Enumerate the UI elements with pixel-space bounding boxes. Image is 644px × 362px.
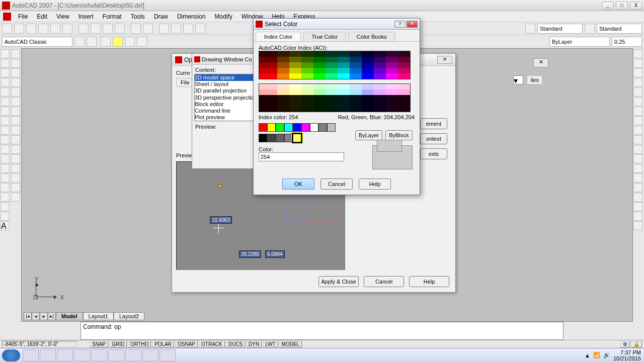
dim-break-icon[interactable] xyxy=(633,164,642,173)
aci-swatch[interactable] xyxy=(301,89,307,95)
zoom-prev-icon[interactable] xyxy=(195,24,205,34)
aci-swatch[interactable] xyxy=(277,73,283,79)
aci-swatch[interactable] xyxy=(277,95,283,101)
aci-swatch[interactable] xyxy=(289,57,295,62)
center-mark-icon[interactable] xyxy=(633,183,642,192)
context-listbox[interactable]: 2D model space Sheet / layout 3D paralle… xyxy=(194,74,259,121)
grid-toggle[interactable]: GRID xyxy=(109,341,127,347)
aci-swatch[interactable] xyxy=(368,62,374,68)
aci-swatch[interactable] xyxy=(398,73,404,79)
open-icon[interactable] xyxy=(14,24,24,34)
tab-last-icon[interactable]: ▸| xyxy=(48,312,56,320)
aci-swatch[interactable] xyxy=(277,89,283,95)
restore-element-button[interactable]: ement xyxy=(420,118,447,129)
aci-swatch[interactable] xyxy=(344,95,350,101)
aci-swatch[interactable] xyxy=(289,62,295,68)
aci-swatch[interactable] xyxy=(404,51,410,57)
menu-edit[interactable]: Edit xyxy=(33,12,51,21)
aci-swatch[interactable] xyxy=(265,101,271,106)
aci-swatch[interactable] xyxy=(265,51,271,57)
gray-swatch[interactable] xyxy=(267,134,276,142)
aci-swatch[interactable] xyxy=(289,68,295,73)
aci-swatch[interactable] xyxy=(295,73,301,79)
aci-swatch[interactable] xyxy=(338,57,344,62)
aci-swatch[interactable] xyxy=(404,89,410,95)
aci-swatch[interactable] xyxy=(301,57,307,62)
aci-swatch[interactable] xyxy=(265,68,271,73)
sc-help-icon[interactable]: ? xyxy=(394,21,406,28)
aci-swatch[interactable] xyxy=(271,57,277,62)
aci-swatch[interactable] xyxy=(283,57,289,62)
aci-swatch[interactable] xyxy=(319,62,326,68)
aci-swatch[interactable] xyxy=(295,51,301,57)
circle-icon[interactable] xyxy=(1,107,10,116)
aci-swatch[interactable] xyxy=(386,68,392,73)
aci-swatch[interactable] xyxy=(356,95,362,101)
aci-swatch[interactable] xyxy=(380,51,386,57)
aci-swatch[interactable] xyxy=(362,57,368,62)
aci-swatch[interactable] xyxy=(295,106,301,112)
revcloud-icon[interactable] xyxy=(1,116,10,125)
std-color-swatch[interactable] xyxy=(259,123,267,132)
aci-swatch[interactable] xyxy=(374,51,380,57)
aci-swatch[interactable] xyxy=(289,51,295,57)
color-bylayer-combo[interactable] xyxy=(549,37,610,47)
aci-swatch[interactable] xyxy=(374,95,380,101)
aci-swatch[interactable] xyxy=(368,73,374,79)
aci-swatch[interactable] xyxy=(362,68,368,73)
taskbar-ie-icon[interactable] xyxy=(23,349,39,361)
aci-swatch[interactable] xyxy=(265,57,271,62)
aci-swatch[interactable] xyxy=(380,84,386,89)
aci-swatch[interactable] xyxy=(283,95,289,101)
aci-swatch[interactable] xyxy=(283,73,289,79)
aci-swatch[interactable] xyxy=(332,51,338,57)
aci-swatch[interactable] xyxy=(338,101,344,106)
tab-index-color[interactable]: Index Color xyxy=(256,32,301,41)
aci-swatch[interactable] xyxy=(350,57,356,62)
aci-swatch[interactable] xyxy=(259,95,265,101)
aci-swatch[interactable] xyxy=(392,62,398,68)
aci-swatch[interactable] xyxy=(350,73,356,79)
close-button[interactable]: X xyxy=(630,2,642,10)
offset-icon[interactable] xyxy=(11,78,20,87)
tray-volume-icon[interactable]: 🔊 xyxy=(603,352,610,358)
aci-swatch[interactable] xyxy=(326,57,332,62)
aci-swatch[interactable] xyxy=(392,84,398,89)
aci-swatch[interactable] xyxy=(404,62,410,68)
ortho-toggle[interactable]: ORTHO xyxy=(128,341,151,347)
aci-swatch[interactable] xyxy=(332,73,338,79)
aci-swatch[interactable] xyxy=(344,57,350,62)
aci-swatch[interactable] xyxy=(332,95,338,101)
line-icon[interactable] xyxy=(1,49,10,58)
aci-swatch[interactable] xyxy=(404,95,410,101)
aci-swatch[interactable] xyxy=(338,68,344,73)
aci-swatch[interactable] xyxy=(398,89,404,95)
aci-swatch[interactable] xyxy=(374,62,380,68)
aci-swatch[interactable] xyxy=(380,57,386,62)
aci-swatch[interactable] xyxy=(313,57,319,62)
menu-file[interactable]: File xyxy=(14,12,32,21)
otrack-toggle[interactable]: OTRACK xyxy=(199,341,225,347)
apply-close-button[interactable]: Apply & Close xyxy=(318,276,359,287)
aci-swatch[interactable] xyxy=(283,101,289,106)
aci-swatch[interactable] xyxy=(313,73,319,79)
dim-angular-icon[interactable] xyxy=(633,116,642,125)
aci-swatch[interactable] xyxy=(392,101,398,106)
maximize-button[interactable]: □ xyxy=(616,2,628,10)
std-color-swatch[interactable] xyxy=(301,123,310,132)
mtext-icon[interactable]: A xyxy=(1,221,10,230)
aci-swatch[interactable] xyxy=(319,57,326,62)
aci-swatch[interactable] xyxy=(277,68,283,73)
ducs-toggle[interactable]: DUCS xyxy=(226,341,245,347)
aci-swatch[interactable] xyxy=(283,84,289,89)
explode-icon[interactable] xyxy=(11,193,20,202)
aci-swatch[interactable] xyxy=(380,68,386,73)
print-icon[interactable] xyxy=(38,24,48,34)
menu-draw[interactable]: Draw xyxy=(150,12,172,21)
aci-swatch[interactable] xyxy=(259,89,265,95)
join-icon[interactable] xyxy=(11,164,20,173)
aci-swatch[interactable] xyxy=(319,51,326,57)
doc-close-button[interactable]: ✕ xyxy=(533,58,548,67)
app-menu-icon[interactable] xyxy=(3,13,11,21)
aci-swatch[interactable] xyxy=(326,95,332,101)
